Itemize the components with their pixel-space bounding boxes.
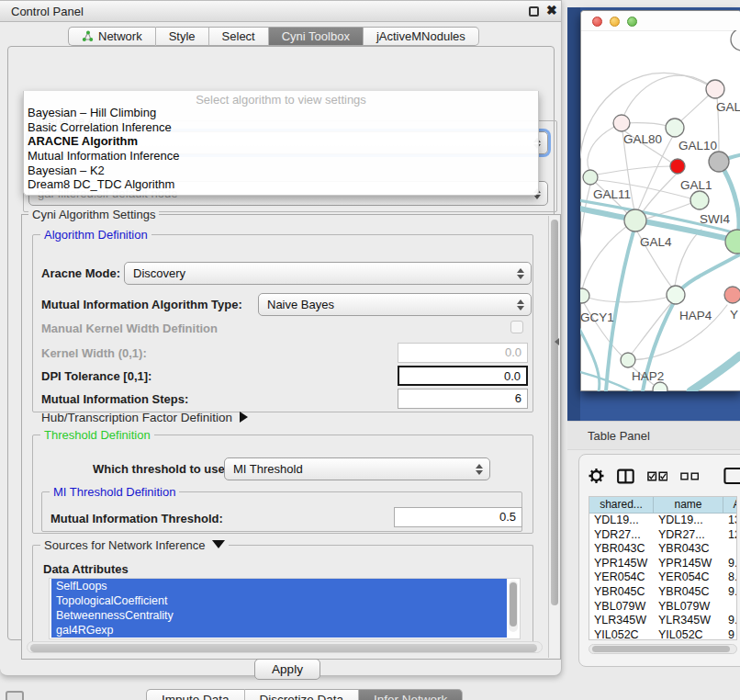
column-header-name[interactable]: name [654, 497, 723, 513]
tab-infer-network[interactable]: Infer Network [359, 689, 463, 700]
dropdown-item[interactable]: ARACNE Algorithm [24, 134, 538, 149]
close-button[interactable] [592, 17, 602, 27]
table-cell: YDR27... [589, 528, 654, 543]
table-row[interactable]: YDR27...YDR27...12 [589, 528, 736, 543]
gray-edge[interactable] [588, 295, 676, 302]
data-attributes-list[interactable]: SelfLoopsTopologicalCoefficientBetweenne… [49, 578, 521, 639]
table-cell: YDL19... [589, 514, 654, 528]
attribute-list-item[interactable]: BetweennessCentrality [51, 608, 507, 623]
dropdown-item[interactable]: Basic Correlation Inference [24, 120, 538, 135]
table-horizontal-scrollbar[interactable] [589, 644, 737, 654]
table-row[interactable]: YIL052CYIL052C9 [589, 628, 736, 640]
table-row[interactable]: YBR043CYBR043C [589, 542, 736, 557]
node-gal10[interactable] [666, 119, 684, 137]
node-gal7[interactable] [706, 80, 724, 98]
table-row[interactable]: YDL19...YDL19...13 [589, 514, 736, 528]
minimize-button[interactable] [610, 17, 620, 27]
aracne-mode-combo[interactable]: Discovery [124, 262, 532, 285]
tab-impute-data[interactable]: Impute Data [146, 689, 245, 700]
table-cell: YPR145W [654, 557, 723, 571]
node-gal11[interactable] [583, 170, 598, 185]
unchecked-boxes-icon[interactable] [680, 472, 700, 480]
table-row[interactable]: YPR145WYPR145W9. [589, 557, 736, 571]
table-row[interactable]: YLR345WYLR345W9. [589, 614, 736, 628]
column-header-shared[interactable]: shared... [589, 497, 654, 513]
columns-icon[interactable] [617, 469, 634, 484]
apply-button[interactable]: Apply [254, 659, 320, 680]
tab-select[interactable]: Select [209, 27, 269, 46]
mi-type-combo[interactable]: Naive Bayes [258, 293, 532, 316]
mi-threshold-input[interactable]: 0.5 [394, 507, 522, 527]
list-vertical-scrollbar[interactable] [509, 581, 518, 632]
node-top-partial[interactable] [731, 30, 740, 51]
table-toolbar [589, 464, 740, 488]
teal-edge[interactable] [690, 356, 740, 391]
node-gal80[interactable] [613, 115, 630, 131]
dpi-tolerance-input[interactable]: 0.0 [398, 366, 528, 386]
teal-edge[interactable] [729, 154, 740, 158]
node-salmon[interactable] [724, 287, 740, 303]
settings-vertical-scrollbar[interactable] [548, 216, 559, 658]
gray-edge[interactable] [628, 305, 727, 360]
settings-horizontal-scrollbar[interactable] [27, 641, 543, 653]
table-row[interactable]: YER054CYER054C8. [589, 570, 736, 585]
scrollbar-thumb[interactable] [30, 644, 537, 652]
tab-style[interactable]: Style [156, 27, 209, 46]
gray-edge[interactable] [632, 303, 671, 354]
dropdown-item[interactable]: Dream8 DC_TDC Algorithm [24, 177, 538, 192]
node-red[interactable] [670, 159, 685, 174]
node-gcy1[interactable] [580, 288, 589, 303]
node-bottom-partial[interactable] [653, 382, 667, 391]
network-graph-canvas[interactable]: GAL7GAL80GAL10GAL1GAL11SWI4GAL4HAP4YGCY1… [580, 30, 740, 391]
dropdown-item[interactable]: Bayesian – K2 [24, 164, 538, 178]
sources-group-title[interactable]: Sources for Network Inference [40, 538, 229, 552]
scrollbar-thumb[interactable] [592, 646, 730, 652]
scrollbar-thumb[interactable] [510, 582, 517, 627]
manual-kernel-checkbox[interactable] [510, 321, 523, 333]
float-window-icon[interactable] [529, 6, 539, 17]
node-gal1[interactable] [690, 191, 709, 209]
table-cell: YER054C [589, 570, 654, 585]
restore-panel-icon[interactable] [6, 691, 24, 700]
combo-stepper-icon [517, 299, 524, 310]
table-row[interactable]: YBR045CYBR045C9. [589, 585, 736, 600]
node-gal4[interactable] [624, 209, 646, 231]
node-swi4[interactable] [725, 230, 740, 254]
attribute-list-item[interactable]: SelfLoops [51, 579, 507, 593]
control-panel-titlebar[interactable]: Control Panel ✖ [0, 1, 561, 22]
mi-steps-input[interactable]: 6 [398, 389, 528, 409]
checked-boxes-icon[interactable] [647, 471, 668, 481]
node-hap4[interactable] [667, 286, 685, 304]
table-cell: 9 [723, 628, 737, 640]
column-header-a[interactable]: A [723, 497, 737, 513]
hub-section-toggle[interactable]: Hub/Transcription Factor Definition [41, 411, 248, 424]
tab-discretize-data[interactable]: Discretize Data [245, 689, 360, 700]
table-header-row: shared...nameA [589, 497, 736, 514]
node-table[interactable]: shared...nameA YDL19...YDL19...13YDR27..… [589, 496, 737, 640]
kernel-width-input[interactable]: 0.0 [398, 343, 528, 363]
table-panel-titlebar[interactable]: Table Panel [567, 421, 740, 450]
dropdown-item[interactable]: Mutual Information Inference [24, 149, 538, 164]
node-label: GAL1 [680, 178, 712, 192]
attribute-list-item[interactable]: gal4RGexp [51, 623, 507, 638]
close-icon[interactable]: ✖ [546, 3, 557, 17]
tab-cyni-toolbox[interactable]: Cyni Toolbox [269, 27, 364, 46]
tab-jactivemnodules[interactable]: jActiveMNodules [364, 27, 479, 46]
network-window-titlebar[interactable] [581, 11, 740, 31]
gray-edge[interactable] [637, 136, 673, 212]
zoom-button[interactable] [627, 17, 637, 27]
dropdown-item[interactable]: Bayesian – Hill Climbing [24, 106, 538, 120]
node-hap2[interactable] [621, 353, 635, 367]
table-row[interactable]: YBL079WYBL079W [589, 600, 736, 615]
scrollbar-thumb[interactable] [551, 220, 558, 605]
attribute-list-item[interactable]: TopologicalCoefficient [51, 593, 507, 608]
gear-icon[interactable] [589, 468, 604, 484]
node-gray[interactable] [709, 152, 729, 172]
teal-edge[interactable] [580, 327, 600, 391]
table-cell: YBR045C [654, 585, 723, 600]
split-pane-collapse-icon[interactable] [555, 338, 559, 345]
which-threshold-combo[interactable]: MI Threshold [224, 457, 490, 480]
tab-network[interactable]: Network [68, 27, 156, 46]
gray-edge[interactable] [597, 166, 670, 175]
table-doc-icon[interactable] [723, 467, 740, 485]
